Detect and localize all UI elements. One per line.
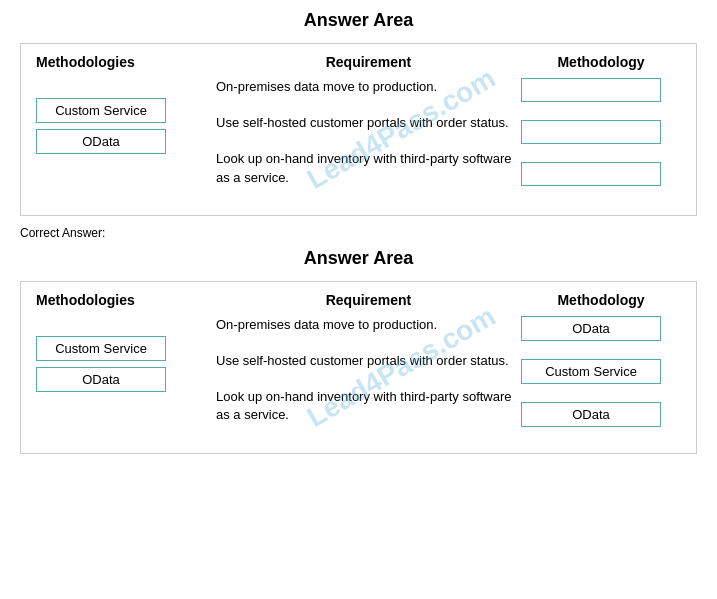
column-headers-1: Methodologies Requirement Methodology [36,54,681,70]
col-header-requirement-1: Requirement [196,54,521,70]
answer-area-1: Lead4Pass.com Methodologies Requirement … [20,43,697,216]
left-boxes-1: Custom Service OData [36,78,196,154]
answer-box-2-3[interactable]: OData [521,402,661,427]
method-box-custom-service-2[interactable]: Custom Service [36,336,166,361]
method-box-odata-1[interactable]: OData [36,129,166,154]
col-header-methodology-1: Methodology [521,54,681,70]
answer-box-1-1[interactable] [521,78,661,102]
requirement-item-2-2: Use self-hosted customer portals with or… [216,352,521,370]
col-header-methodologies-2: Methodologies [36,292,196,308]
requirement-item-3: Look up on-hand inventory with third-par… [216,150,521,186]
left-boxes-2: Custom Service OData [36,316,196,392]
requirement-item-2-1: On-premises data move to production. [216,316,521,334]
right-boxes-2: OData Custom Service OData [521,316,681,427]
requirement-item-2: Use self-hosted customer portals with or… [216,114,521,132]
answer-box-1-2[interactable] [521,120,661,144]
col-header-methodologies-1: Methodologies [36,54,196,70]
answer-box-1-3[interactable] [521,162,661,186]
column-headers-2: Methodologies Requirement Methodology [36,292,681,308]
content-row-2: Custom Service OData On-premises data mo… [36,316,681,443]
requirement-item-2-3: Look up on-hand inventory with third-par… [216,388,521,424]
method-box-custom-service-1[interactable]: Custom Service [36,98,166,123]
requirement-item-1: On-premises data move to production. [216,78,521,96]
col-header-requirement-2: Requirement [196,292,521,308]
right-boxes-1 [521,78,681,186]
requirements-col-1: On-premises data move to production. Use… [196,78,521,205]
col-header-methodology-2: Methodology [521,292,681,308]
correct-answer-label: Correct Answer: [20,226,697,240]
answer-box-2-1[interactable]: OData [521,316,661,341]
method-box-odata-2[interactable]: OData [36,367,166,392]
section1-title: Answer Area [20,10,697,31]
section2-title: Answer Area [20,248,697,269]
content-row-1: Custom Service OData On-premises data mo… [36,78,681,205]
requirements-col-2: On-premises data move to production. Use… [196,316,521,443]
answer-area-2: Lead4Pass.com Methodologies Requirement … [20,281,697,454]
answer-box-2-2[interactable]: Custom Service [521,359,661,384]
